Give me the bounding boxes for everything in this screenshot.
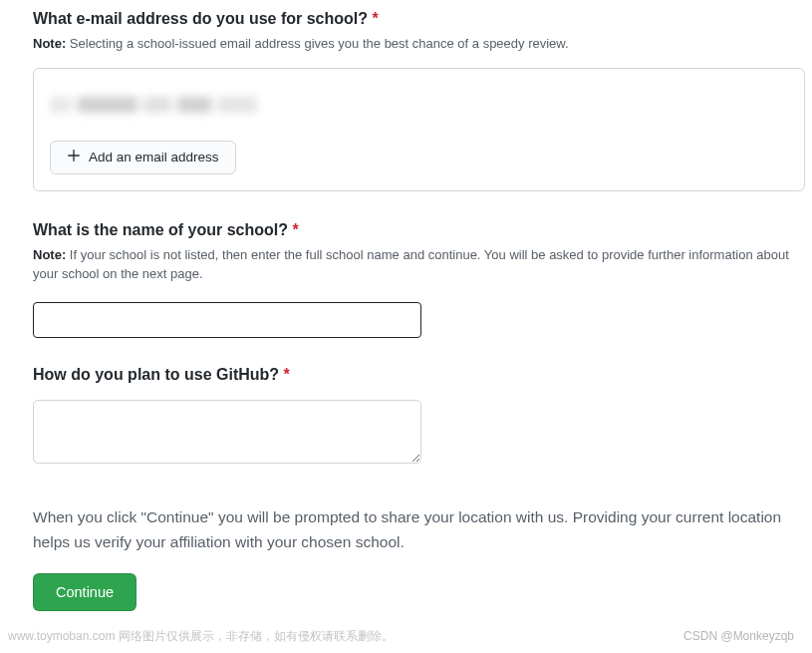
email-box: Add an email address bbox=[33, 68, 805, 191]
usage-section: How do you plan to use GitHub? * bbox=[33, 366, 802, 467]
email-question-label: What e-mail address do you use for schoo… bbox=[33, 10, 802, 28]
required-mark: * bbox=[284, 366, 290, 383]
email-section: What e-mail address do you use for schoo… bbox=[33, 10, 802, 191]
usage-question-label: How do you plan to use GitHub? * bbox=[33, 366, 802, 384]
usage-textarea[interactable] bbox=[33, 400, 421, 464]
email-question-text: What e-mail address do you use for schoo… bbox=[33, 10, 368, 27]
required-mark: * bbox=[292, 221, 298, 238]
location-disclosure-text: When you click "Continue" you will be pr… bbox=[33, 504, 790, 555]
school-name-input[interactable] bbox=[33, 302, 421, 338]
note-text: Selecting a school-issued email address … bbox=[70, 36, 569, 51]
school-section: What is the name of your school? * Note:… bbox=[33, 221, 802, 338]
required-mark: * bbox=[373, 10, 379, 27]
usage-question-text: How do you plan to use GitHub? bbox=[33, 366, 279, 383]
add-email-label: Add an email address bbox=[89, 150, 219, 165]
note-label: Note: bbox=[33, 247, 66, 262]
watermark-right: CSDN @Monkeyzqb bbox=[683, 629, 794, 643]
school-note: Note: If your school is not listed, then… bbox=[33, 245, 802, 284]
add-email-button[interactable]: Add an email address bbox=[50, 141, 236, 174]
email-existing-row bbox=[50, 83, 788, 127]
email-note: Note: Selecting a school-issued email ad… bbox=[33, 34, 802, 54]
school-question-label: What is the name of your school? * bbox=[33, 221, 802, 239]
plus-icon bbox=[67, 149, 81, 166]
note-text: If your school is not listed, then enter… bbox=[33, 247, 789, 282]
school-question-text: What is the name of your school? bbox=[33, 221, 288, 238]
note-label: Note: bbox=[33, 36, 66, 51]
continue-button[interactable]: Continue bbox=[33, 573, 136, 611]
watermark-left: www.toymoban.com 网络图片仅供展示，非存储，如有侵权请联系删除。 bbox=[8, 628, 394, 645]
blurred-email bbox=[50, 97, 257, 113]
